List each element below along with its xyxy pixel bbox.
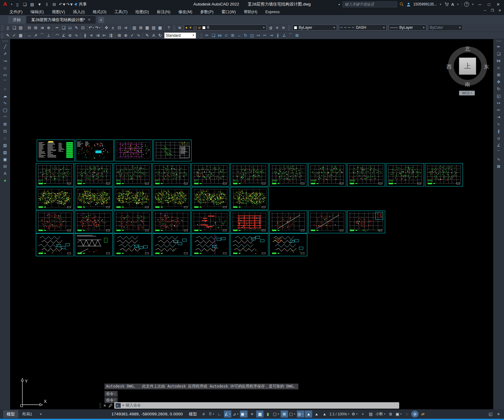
isometric-drafting-caret-icon[interactable]: ▼	[237, 413, 239, 415]
account-caret-icon[interactable]: ▼	[439, 3, 442, 6]
drawing-frame-r3-c5-slab[interactable]	[191, 187, 229, 210]
toolbar-drag-handle[interactable]	[1, 25, 3, 30]
copy-icon[interactable]: ❏	[210, 32, 217, 39]
pan-icon[interactable]: ✜	[103, 24, 110, 31]
layer-thaw-icon[interactable]: ☀	[189, 26, 192, 30]
insert-block-icon[interactable]: ⊞	[2, 121, 9, 127]
viewcube-south[interactable]: 南	[465, 81, 470, 88]
dim-edit-icon[interactable]: ✎	[144, 32, 150, 39]
transparency-icon[interactable]: ▩	[256, 411, 263, 418]
graphics-performance-icon[interactable]: ⊘	[411, 411, 419, 418]
drawing-frame-r3-c2-slab[interactable]	[75, 187, 113, 210]
snap-mode-caret-icon[interactable]: ▼	[212, 413, 214, 415]
rectangle-icon[interactable]: ▭	[2, 72, 9, 78]
drawing-frame-r2-c8-floor[interactable]	[308, 163, 346, 186]
move-icon[interactable]: ✜	[495, 79, 502, 85]
drawing-frame-r4-c9-detail9[interactable]	[347, 211, 385, 233]
break-icon[interactable]: ∦	[275, 32, 281, 39]
model-space-button[interactable]: 模型	[187, 410, 199, 418]
drawing-frame-r5-c5-stairsM[interactable]	[191, 233, 229, 256]
stretch-icon[interactable]: ↦	[495, 100, 502, 106]
drawing-frame-r2-c4-floor[interactable]	[153, 163, 191, 186]
undo-caret-icon[interactable]: ▼	[92, 27, 94, 29]
viewcube-north[interactable]: 北	[465, 45, 470, 52]
layer-properties-icon[interactable]: ≋	[176, 24, 183, 31]
drawing-frame-r2-c9-floor[interactable]	[347, 163, 385, 186]
zoom-previous-icon[interactable]: ⊲	[123, 24, 129, 31]
dim-arc-icon[interactable]: ⌒	[39, 32, 45, 39]
paste-clip-icon[interactable]: ⊔	[67, 24, 73, 31]
doc-close-button[interactable]: ✕	[497, 9, 502, 13]
dim-baseline-icon[interactable]: ⊨	[101, 32, 108, 39]
menu-1[interactable]: 编辑(E)	[27, 9, 48, 15]
drawing-frame-r4-c4-redplan[interactable]	[153, 211, 191, 233]
drawing-frame-r3-c4-slab[interactable]	[153, 187, 191, 210]
drawing-frame-r1-c3-magenta[interactable]	[115, 140, 153, 161]
viewcube-west[interactable]: 西	[446, 63, 452, 70]
drawing-frame-r5-c6-stairs[interactable]	[230, 233, 268, 256]
modify-toolbar-drag-handle[interactable]	[496, 40, 501, 42]
drawing-frame-r4-c5-redblocks[interactable]	[191, 211, 229, 233]
layer-previous-icon[interactable]: ⊴	[267, 24, 274, 31]
break-at-point-icon[interactable]: ⍀	[495, 121, 502, 127]
open-folder-icon[interactable]: ❏	[22, 2, 28, 7]
tolerance-icon[interactable]: ⊞	[116, 32, 123, 39]
lock-ui-icon[interactable]: ▣▼	[395, 411, 403, 418]
undo-caret-icon[interactable]: ▼	[62, 2, 66, 7]
layer-freeze-icon[interactable]: ▢	[194, 26, 197, 30]
text-style-icon[interactable]: ✎	[5, 32, 11, 39]
layer-states-icon[interactable]: ≡	[274, 24, 280, 31]
dim-aligned-icon[interactable]: ⇗	[32, 32, 39, 39]
join-icon[interactable]: ∪	[495, 135, 502, 141]
search-input[interactable]	[343, 2, 397, 7]
lock-ui-caret-icon[interactable]: ▼	[400, 413, 402, 415]
lineweight-combo-caret-icon[interactable]: ▼	[423, 26, 425, 29]
dim-quick-icon[interactable]: ⇶	[108, 32, 114, 39]
text-style-combo[interactable]: Standard▼	[164, 32, 196, 39]
plot-icon[interactable]: ⊟	[26, 24, 32, 31]
polar-tracking-caret-icon[interactable]: ▼	[229, 413, 231, 415]
sheet-set-manager-icon[interactable]: ▤	[150, 24, 157, 31]
chamfer-icon[interactable]: ∠	[281, 32, 287, 39]
point-icon[interactable]: ∴	[2, 135, 9, 141]
dim-spacing-icon[interactable]: ≡	[88, 32, 95, 39]
drawing-frame-r4-c1-redplan[interactable]	[36, 211, 74, 233]
drawing-frame-r3-c6-slab[interactable]	[230, 187, 268, 210]
erase-icon[interactable]: ✏	[204, 32, 210, 39]
save-sync-icon[interactable]: ⇄	[419, 411, 426, 418]
menu-3[interactable]: 插入(I)	[69, 9, 89, 15]
autodesk-app-icon[interactable]: A	[451, 2, 454, 7]
linetype-combo-caret-icon[interactable]: ▼	[383, 26, 385, 29]
trim-icon[interactable]: ✂	[262, 32, 268, 39]
selection-filtering-icon[interactable]: ▢▼	[289, 411, 296, 418]
dim-break-icon[interactable]: ∦	[82, 32, 88, 39]
drawing-frame-r2-c11-floor[interactable]	[425, 163, 463, 186]
snap-mode-icon[interactable]: ⠿▼	[208, 411, 215, 418]
line-icon[interactable]: ╱	[2, 43, 9, 50]
share-button[interactable]: 共享	[74, 2, 87, 7]
color-combo[interactable]: ByLayer▼	[292, 24, 337, 31]
zoom-realtime-icon[interactable]: ±	[110, 24, 116, 31]
drawing-frame-r2-c7-floor[interactable]	[269, 163, 307, 186]
gradient-icon[interactable]: ▧	[2, 149, 9, 156]
undo-icon[interactable]: ↶▼	[88, 24, 95, 31]
array-icon[interactable]: ⊞	[229, 32, 236, 39]
toolbar-drag-handle[interactable]	[1, 33, 3, 38]
drawing-frame-r5-c7-stairsR[interactable]	[269, 233, 307, 256]
toolbar-drag-handle[interactable]	[173, 25, 175, 30]
search-icon[interactable]	[400, 2, 404, 6]
drawing-frame-r4-c2-redplan[interactable]	[75, 211, 113, 233]
save-as-icon[interactable]: ▼	[37, 2, 42, 7]
ellipse-arc-icon[interactable]: ◠	[2, 114, 9, 120]
scale-display[interactable]: 1:1 / 100%▼	[329, 411, 350, 418]
drawing-frame-r2-c1-floor[interactable]	[36, 163, 74, 186]
workspace-switching-icon[interactable]: ⚙▼	[351, 411, 358, 418]
plotstyle-combo[interactable]: ByColor▼	[428, 24, 463, 31]
menu-6[interactable]: 绘图(D)	[131, 9, 153, 15]
wcs-button[interactable]: WCS ▾	[459, 91, 475, 96]
drawing-frame-r4-c7-diagplan[interactable]	[269, 211, 307, 233]
dim-ordinate-icon[interactable]: ⊥	[45, 32, 52, 39]
scale-icon[interactable]: ◱	[249, 32, 255, 39]
doc-minimize-button[interactable]: ─	[483, 9, 487, 13]
layer-combo-caret-icon[interactable]: ▼	[263, 26, 265, 29]
